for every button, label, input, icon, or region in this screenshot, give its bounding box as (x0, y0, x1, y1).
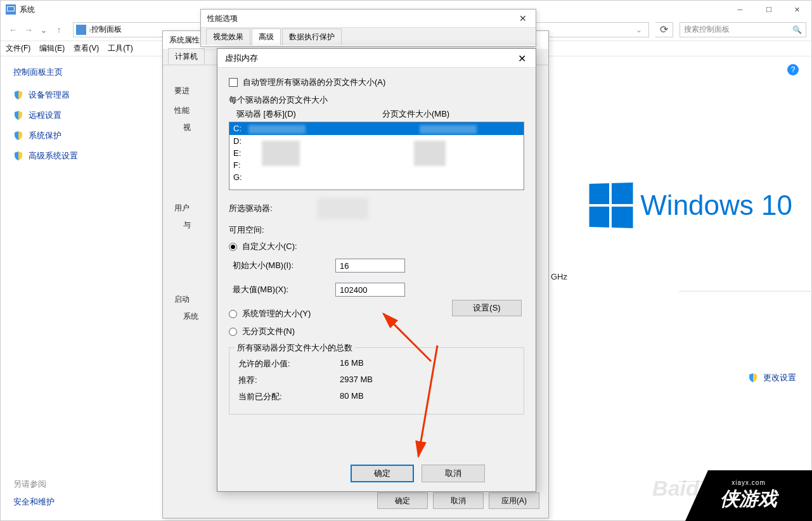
current-value: 80 MB (340, 391, 364, 402)
drive-list[interactable]: C: D: E: F: G: (229, 122, 524, 190)
radio-custom-label: 自定义大小(C): (242, 241, 297, 252)
address-dropdown[interactable]: ⌄ (632, 25, 646, 34)
up-button[interactable]: ↑ (51, 25, 67, 35)
max-size-label: 最大值(MB)(X): (233, 284, 335, 295)
shield-icon (13, 90, 23, 100)
cp-see-also: 另请参阅 安全和维护 (13, 479, 55, 508)
sidebar-head[interactable]: 控制面板主页 (13, 67, 115, 78)
forward-button[interactable]: → (21, 25, 36, 35)
sysprop-ok-button[interactable]: 确定 (377, 492, 428, 509)
security-maintenance-link[interactable]: 安全和维护 (13, 496, 55, 508)
radio-none-row[interactable]: 无分页文件(N) (229, 326, 524, 337)
min-allowed-label: 允许的最小值: (238, 358, 340, 370)
sidebar-item-remote[interactable]: 远程设置 (13, 110, 115, 121)
search-input[interactable]: 搜索控制面板 🔍 (680, 22, 806, 37)
col-size-label: 分页文件大小(MB) (382, 108, 449, 120)
perf-tab-visual[interactable]: 视觉效果 (206, 29, 250, 45)
min-allowed-value: 16 MB (340, 358, 364, 370)
auto-manage-row[interactable]: 自动管理所有驱动器的分页文件大小(A) (229, 77, 524, 88)
col-drive-label: 驱动器 [卷标](D) (236, 108, 382, 120)
sysprop-apply-button[interactable]: 应用(A) (489, 492, 539, 509)
shield-icon (13, 110, 23, 120)
svg-rect-2 (8, 7, 14, 11)
change-settings-link[interactable]: 更改设置 (748, 372, 796, 383)
recommended-value: 2937 MB (340, 375, 373, 386)
vm-ok-button[interactable]: 确定 (351, 465, 414, 482)
totals-group: 所有驱动器分页文件大小的总数 允许的最小值:16 MB 推荐:2937 MB 当… (229, 347, 524, 415)
radio-custom[interactable] (229, 243, 237, 251)
menu-file[interactable]: 文件(F) (6, 43, 37, 54)
radio-none-label: 无分页文件(N) (242, 326, 295, 337)
vm-cancel-button[interactable]: 取消 (422, 465, 485, 482)
current-label: 当前已分配: (238, 391, 340, 402)
recommended-label: 推荐: (238, 375, 340, 386)
totals-label: 所有驱动器分页文件大小的总数 (235, 342, 355, 354)
perf-tab-advanced[interactable]: 高级 (252, 29, 281, 45)
radio-system[interactable] (229, 310, 237, 318)
back-button[interactable]: ← (6, 25, 21, 35)
initial-size-input[interactable] (335, 259, 405, 273)
max-size-input[interactable] (335, 283, 405, 297)
refresh-button[interactable]: ⟳ (655, 22, 673, 37)
blurred-value (318, 198, 368, 219)
auto-manage-checkbox[interactable] (229, 78, 238, 87)
vm-close-button[interactable]: ✕ (508, 49, 536, 68)
minimize-button[interactable]: ─ (726, 1, 754, 18)
performance-options-dialog: 性能选项 ✕ 视觉效果 高级 数据执行保护 (200, 9, 536, 47)
perf-close-button[interactable]: ✕ (510, 10, 536, 27)
cp-sidebar: 控制面板主页 设备管理器 远程设置 系统保护 高级系统设置 (1, 56, 127, 518)
computer-icon (76, 25, 86, 35)
set-button[interactable]: 设置(S) (452, 300, 522, 316)
drive-row-c[interactable]: C: (229, 122, 524, 135)
ghz-label: GHz (551, 272, 567, 281)
free-space-label: 可用空间: (229, 224, 318, 236)
menu-tools[interactable]: 工具(T) (108, 43, 139, 54)
drive-row-e[interactable]: E: (229, 147, 524, 159)
sysprop-tab-computer[interactable]: 计算机 (168, 48, 205, 65)
help-icon[interactable]: ? (787, 64, 799, 75)
shield-icon (748, 373, 758, 383)
maximize-button[interactable]: ☐ (754, 1, 783, 18)
history-dropdown[interactable]: ⌄ (36, 25, 51, 35)
shield-icon (13, 151, 23, 161)
drive-row-g[interactable]: G: (229, 171, 524, 183)
windows10-logo: Windows 10 (588, 183, 792, 228)
sidebar-item-advanced[interactable]: 高级系统设置 (13, 150, 115, 162)
radio-system-label: 系统管理的大小(Y) (242, 308, 311, 319)
perf-tabs: 视觉效果 高级 数据执行保护 (201, 27, 536, 45)
vm-title: 虚拟内存 (217, 49, 536, 68)
svg-rect-3 (76, 25, 86, 35)
perf-tab-dep[interactable]: 数据执行保护 (282, 29, 342, 45)
shield-icon (13, 131, 23, 141)
close-button[interactable]: ✕ (783, 1, 811, 18)
virtual-memory-dialog: 虚拟内存 ✕ 自动管理所有驱动器的分页文件大小(A) 每个驱动器的分页文件大小 … (217, 48, 536, 492)
perf-title: 性能选项 (201, 10, 536, 27)
radio-none[interactable] (229, 328, 237, 336)
per-drive-label: 每个驱动器的分页文件大小 (229, 94, 524, 106)
sidebar-item-device-manager[interactable]: 设备管理器 (13, 89, 115, 101)
sysprop-cancel-button[interactable]: 取消 (433, 492, 484, 509)
selected-drive-label: 所选驱动器: (229, 203, 318, 214)
windows10-text: Windows 10 (640, 190, 792, 221)
radio-custom-row[interactable]: 自定义大小(C): (229, 241, 524, 252)
sidebar-item-protection[interactable]: 系统保护 (13, 130, 115, 141)
menu-view[interactable]: 查看(V) (74, 43, 105, 54)
auto-manage-label: 自动管理所有驱动器的分页文件大小(A) (243, 77, 385, 88)
search-placeholder: 搜索控制面板 (684, 24, 792, 35)
windows-logo-icon (590, 183, 633, 228)
see-also-head: 另请参阅 (13, 479, 55, 490)
system-icon (6, 4, 16, 15)
search-icon: 🔍 (792, 25, 802, 34)
cp-title: 系统 (20, 4, 35, 15)
menu-edit[interactable]: 编辑(E) (39, 43, 71, 54)
divider (679, 291, 812, 292)
initial-size-label: 初始大小(MB)(I): (233, 260, 335, 271)
